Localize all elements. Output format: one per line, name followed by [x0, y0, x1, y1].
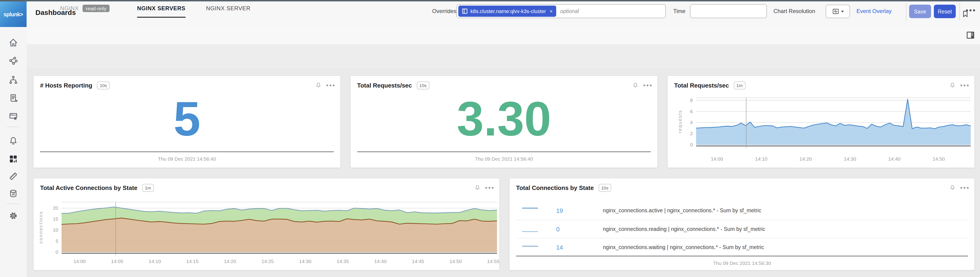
sidebar-item-dashboards[interactable]	[8, 154, 18, 164]
alerts-bell-icon	[8, 136, 18, 146]
chart-title: Total Active Connections by State	[40, 184, 138, 191]
resolution-badge: 1m	[733, 81, 745, 89]
alert-bell-icon[interactable]	[633, 82, 638, 89]
sidebar-item-apm[interactable]	[8, 56, 18, 66]
sparkline	[522, 244, 538, 250]
svg-text:14:50: 14:50	[933, 156, 945, 161]
toolbar-divider	[906, 3, 906, 21]
svg-text:14:30: 14:30	[844, 156, 856, 161]
home-icon	[8, 38, 18, 47]
sidebar-divider	[7, 203, 19, 204]
chart-more-menu-icon[interactable]: ●●●	[960, 83, 970, 87]
resolution-badge: 10s	[598, 184, 611, 192]
svg-text:requests: requests	[678, 110, 682, 133]
svg-text:8: 8	[690, 98, 693, 103]
value-timestamp: Thu 09 Dec 2021 14:56:40	[351, 156, 657, 161]
card-total-requests-chart: Total Requests/sec 1m ●●● 0246814:0014:1…	[667, 75, 975, 168]
metric-value: 19	[556, 207, 563, 214]
svg-text:5: 5	[56, 238, 58, 244]
svg-text:14:50: 14:50	[449, 259, 462, 264]
single-value: 3.30	[351, 89, 657, 149]
card-hosts-reporting: # Hosts Reporting 10s ●●● 5 Thu 09 Dec 2…	[33, 75, 341, 168]
alert-bell-icon[interactable]	[316, 82, 321, 89]
sidebar-item-infrastructure[interactable]	[8, 75, 18, 85]
list-item[interactable]: 14 nginx_connections.waiting | nginx_con…	[509, 238, 974, 256]
info-panel-toggle-icon[interactable]	[966, 31, 975, 41]
data-cylinder-icon	[8, 188, 18, 198]
svg-text:15: 15	[53, 216, 58, 222]
sidebar-item-data-management[interactable]	[8, 188, 18, 198]
svg-text:14:00: 14:00	[711, 156, 723, 161]
sidebar-item-home[interactable]	[8, 38, 18, 47]
metric-label: nginx_connections.active | nginx_connect…	[603, 207, 761, 213]
value-divider	[357, 151, 651, 152]
sidebar-item-settings[interactable]	[8, 211, 18, 221]
svg-text:14:35: 14:35	[337, 259, 349, 264]
alert-bell-icon[interactable]	[475, 184, 480, 191]
tab-nginx-servers-label: NGINX SERVERS	[137, 5, 185, 12]
chart-more-menu-icon[interactable]: ●●●	[326, 83, 336, 87]
reset-button[interactable]: Reset	[934, 5, 956, 18]
filter-chip-text: k8s.cluster.name:qlvv-k3s-cluster	[471, 8, 546, 14]
tab-nginx-server-label: NGINX SERVER	[206, 5, 251, 12]
time-input[interactable]	[690, 4, 767, 18]
list-item[interactable]: 0 nginx_connections.reading | nginx_conn…	[509, 220, 974, 238]
tab-nginx-server[interactable]: NGINX SERVER	[206, 0, 251, 17]
value-divider	[40, 151, 334, 152]
filter-input[interactable]: k8s.cluster.name:qlvv-k3s-cluster ×	[457, 4, 666, 18]
filter-optional-input[interactable]	[557, 8, 664, 14]
svg-text:0: 0	[690, 142, 693, 147]
read-only-badge: read-only	[83, 5, 110, 12]
chart-more-menu-icon[interactable]: ●●●	[643, 83, 653, 87]
svg-text:14:40: 14:40	[374, 259, 387, 264]
svg-text:14:05: 14:05	[111, 259, 123, 264]
metric-value: 0	[556, 226, 560, 233]
tab-nginx[interactable]: NGINX read-only	[60, 0, 110, 17]
value-divider	[516, 256, 968, 256]
time-label: Time	[673, 8, 685, 14]
sidebar-item-metrics[interactable]	[8, 171, 18, 181]
sidebar-item-alerts[interactable]	[8, 136, 18, 146]
value-timestamp: Thu 09 Dec 2021 14:56:40	[33, 156, 340, 161]
overrides-label: Overrides:	[432, 8, 458, 14]
svg-text:14:00: 14:00	[73, 259, 86, 264]
toolbar-divider	[959, 3, 960, 21]
alert-bell-icon[interactable]	[950, 82, 955, 89]
svg-text:2: 2	[690, 131, 693, 136]
app-window: splunk> Dashboards NGINX	[0, 0, 980, 277]
resolution-badge: 10s	[417, 81, 430, 89]
overrides-more-menu-icon[interactable]: ●●●	[966, 8, 976, 13]
card-active-connections: Total Active Connections by State 1m ●●●…	[33, 178, 500, 271]
apm-icon	[8, 56, 18, 66]
infrastructure-icon	[8, 75, 18, 85]
chart-more-menu-icon[interactable]: ●●●	[485, 185, 495, 190]
filter-chip[interactable]: k8s.cluster.name:qlvv-k3s-cluster ×	[458, 6, 557, 17]
save-button[interactable]: Save	[909, 5, 931, 18]
sparkline	[522, 207, 538, 214]
chart-resolution-dropdown[interactable]	[826, 5, 850, 18]
alert-bell-icon[interactable]	[950, 184, 955, 191]
svg-text:14:10: 14:10	[149, 259, 161, 264]
resolution-badge: 1m	[142, 184, 154, 192]
card-total-requests-value: Total Requests/sec 10s ●●● 3.30 Thu 09 D…	[350, 75, 658, 168]
chip-close-icon[interactable]: ×	[550, 8, 553, 14]
sidebar-item-rum[interactable]	[8, 111, 18, 121]
svg-text:14:45: 14:45	[412, 259, 424, 264]
list-item[interactable]: 19 nginx_connections.active | nginx_conn…	[509, 202, 974, 219]
svg-text:connections: connections	[38, 211, 43, 244]
chart-more-menu-icon[interactable]: ●●●	[960, 185, 970, 190]
metric-label: nginx_connections.waiting | nginx_connec…	[603, 244, 764, 250]
svg-text:20: 20	[53, 205, 58, 211]
svg-text:4: 4	[690, 120, 693, 125]
event-overlay-link[interactable]: Event Overlay	[856, 8, 892, 14]
svg-text:0: 0	[56, 249, 58, 255]
sidebar-item-log-observer[interactable]	[8, 93, 18, 103]
card-connections-by-state: Total Connections by State 10s ●●● 19 ng…	[509, 178, 975, 271]
sidebar-divider	[7, 127, 19, 127]
svg-text:14:55: 14:55	[487, 259, 500, 264]
svg-text:14:20: 14:20	[224, 259, 236, 264]
tab-nginx-servers[interactable]: NGINX SERVERS	[137, 0, 185, 18]
svg-text:14:40: 14:40	[888, 156, 900, 161]
chart-title: Total Requests/sec	[674, 82, 729, 89]
splunk-logo[interactable]: splunk>	[0, 2, 27, 27]
